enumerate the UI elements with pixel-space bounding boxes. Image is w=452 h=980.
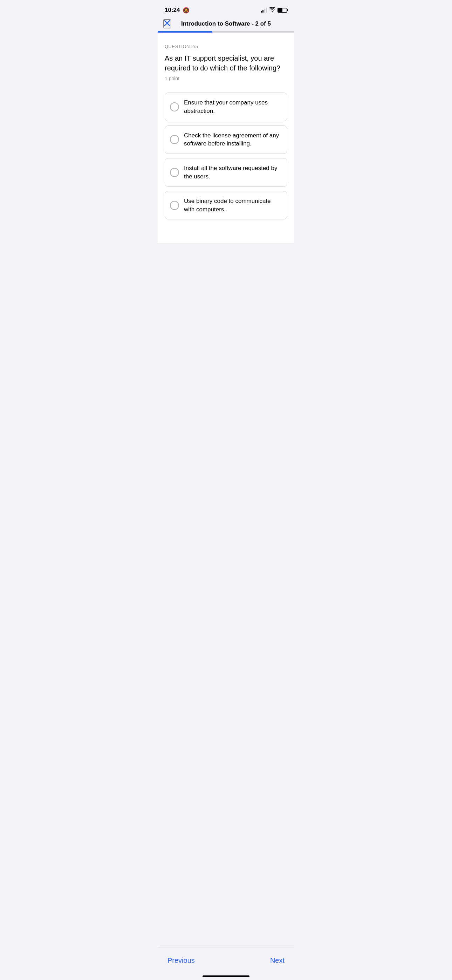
radio-c bbox=[170, 168, 179, 177]
content-area: QUESTION 2/5 As an IT support specialist… bbox=[158, 33, 294, 243]
option-a-text: Ensure that your company uses abstractio… bbox=[184, 99, 282, 115]
battery-icon bbox=[277, 8, 287, 13]
radio-a bbox=[170, 102, 179, 111]
option-b-text: Check the license agreement of any softw… bbox=[184, 131, 282, 148]
option-c[interactable]: Install all the software requested by th… bbox=[165, 158, 287, 187]
header-title: Introduction to Software - 2 of 5 bbox=[181, 20, 271, 27]
wifi-icon bbox=[269, 7, 275, 13]
question-label: QUESTION 2/5 bbox=[165, 44, 287, 49]
option-a[interactable]: Ensure that your company uses abstractio… bbox=[165, 92, 287, 121]
question-points: 1 point bbox=[165, 76, 287, 81]
status-icons bbox=[261, 7, 287, 13]
option-c-text: Install all the software requested by th… bbox=[184, 164, 282, 181]
option-d-text: Use binary code to communicate with comp… bbox=[184, 197, 282, 214]
radio-d bbox=[170, 201, 179, 210]
header: Introduction to Software - 2 of 5 bbox=[158, 18, 294, 31]
status-bar: 10:24 🔕 bbox=[158, 0, 294, 18]
option-d[interactable]: Use binary code to communicate with comp… bbox=[165, 191, 287, 220]
close-button[interactable] bbox=[163, 19, 171, 29]
option-b[interactable]: Check the license agreement of any softw… bbox=[165, 126, 287, 154]
radio-b bbox=[170, 135, 179, 144]
status-time: 10:24 bbox=[165, 7, 180, 14]
signal-icon bbox=[261, 8, 267, 13]
question-text: As an IT support specialist, you are req… bbox=[165, 53, 287, 73]
bell-mute-icon: 🔕 bbox=[183, 7, 189, 14]
options-list: Ensure that your company uses abstractio… bbox=[165, 92, 287, 220]
